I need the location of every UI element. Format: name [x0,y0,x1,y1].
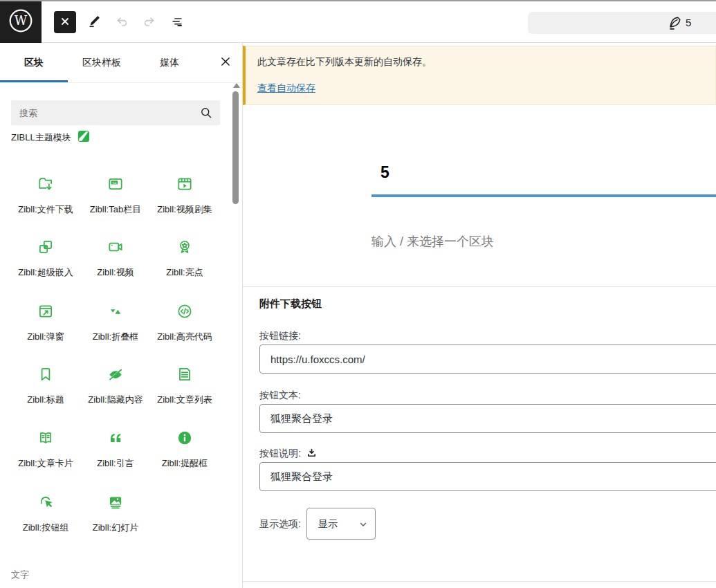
zibll-logo-icon [78,131,89,145]
button-desc-label: 按钮说明: [259,448,317,460]
block-item-label: Zibll:提醒框 [150,457,219,470]
button-text-label: 按钮文本: [259,389,301,402]
block-item-heading[interactable]: Zibll:标题 [11,366,80,406]
block-item-label: Zibll:视频剧集 [150,203,219,216]
inserter-tabs: 区块 区块样板 媒体 [0,43,242,83]
info-circle-icon [150,430,219,446]
collapse-triangles-icon [81,303,150,320]
undo-button[interactable] [111,11,133,33]
code-circle-icon [150,303,219,320]
cursor-click-icon [11,494,80,511]
block-item-file-download[interactable]: Zibll:文件下载 [11,176,80,216]
bookmark-icon [11,366,80,383]
scrollbar-thumb[interactable] [232,91,239,204]
autosave-notice: 此文章存在比下列版本更新的自动保存。 查看自动保存 [243,46,716,105]
redo-icon [142,14,157,31]
video-camera-icon [81,239,150,255]
tab-blocks[interactable]: 区块 [0,43,68,82]
block-item-alert-box[interactable]: Zibll:提醒框 [150,430,219,470]
block-item-post-list[interactable]: Zibll:文章列表 [150,366,219,406]
button-link-input[interactable] [259,344,716,374]
pencil-icon [86,14,102,31]
folder-download-icon [11,176,80,192]
search-input[interactable] [11,100,220,125]
zibll-section-header: ZIBLL主题模块 [11,131,89,144]
slideshow-icon [81,494,150,511]
redo-button[interactable] [138,11,160,33]
block-item-label: Zibll:幻灯片 [81,522,150,534]
button-desc-label-text: 按钮说明: [259,448,301,460]
document-title-text: 5 [686,17,691,28]
block-item-label: Zibll:按钮组 [11,522,80,534]
block-item-label: Zibll:亮点 [150,266,219,279]
title-selection-underline [371,194,716,197]
close-inserter-button[interactable] [54,11,76,33]
block-item-popup[interactable]: Zibll:弹窗 [11,303,80,343]
editor-canvas: 此文章存在比下列版本更新的自动保存。 查看自动保存 5 输入 / 来选择一个区块… [243,43,716,588]
svg-text:Tab: Tab [112,181,116,185]
block-item-label: Zibll:弹窗 [11,331,80,343]
download-block-heading: 附件下载按钮 [259,297,322,311]
download-button-block[interactable]: 附件下载按钮 按钮链接: 按钮文本: 按钮说明: 显示选项: 显示 [243,286,716,582]
close-panel-button[interactable] [209,43,242,82]
download-icon [306,448,317,460]
category-label-text: 文字 [11,569,29,581]
quote-icon [81,430,150,446]
tab-media[interactable]: 媒体 [136,43,203,82]
display-option-select[interactable]: 显示 [306,508,376,540]
block-placeholder-text[interactable]: 输入 / 来选择一个区块 [371,233,494,250]
block-item-tab-section[interactable]: Tab Zibll:Tab栏目 [81,176,150,216]
embed-icon [11,239,80,255]
block-item-label: Zibll:超级嵌入 [11,266,80,279]
tab-patterns[interactable]: 区块样板 [68,43,136,82]
zibll-section-title: ZIBLL主题模块 [11,131,71,144]
popup-window-icon [11,303,80,320]
list-view-icon [169,14,185,31]
button-link-label: 按钮链接: [259,330,301,342]
document-title-button[interactable]: 5 [528,12,716,34]
block-item-hidden-content[interactable]: Zibll:隐藏内容 [81,366,150,406]
view-autosave-link[interactable]: 查看自动保存 [257,82,315,95]
list-view-button[interactable] [166,11,188,33]
block-item-label: Zibll:高亮代码 [150,331,219,343]
display-option-value: 显示 [318,518,338,531]
wordpress-block-editor: W [0,0,716,588]
editor-top-bar: W [0,1,716,43]
block-item-quote[interactable]: Zibll:引言 [81,430,150,470]
wordpress-logo-icon: W [8,8,34,37]
button-text-input[interactable] [259,404,716,433]
block-item-collapse[interactable]: Zibll:折叠框 [81,303,150,343]
close-icon [59,16,71,29]
undo-icon [114,14,129,31]
scrollbar-up-arrow[interactable] [233,83,240,88]
block-item-highlight-award[interactable]: Zibll:亮点 [150,239,219,279]
block-item-label: Zibll:折叠框 [81,331,150,343]
block-item-code-highlight[interactable]: Zibll:高亮代码 [150,303,219,343]
post-title[interactable]: 5 [380,163,389,182]
button-desc-input[interactable] [259,462,716,491]
block-item-video-episodes[interactable]: Zibll:视频剧集 [150,176,219,216]
block-item-label: Zibll:标题 [11,394,80,406]
block-item-super-embed[interactable]: Zibll:超级嵌入 [11,239,80,279]
edit-mode-button[interactable] [83,11,105,33]
block-item-slideshow[interactable]: Zibll:幻灯片 [81,494,150,534]
block-item-label: Zibll:视频 [81,266,150,279]
chevron-down-icon [358,520,368,532]
block-item-label: Zibll:引言 [81,457,150,470]
award-badge-icon [150,239,219,255]
block-item-label: Zibll:文章列表 [150,394,219,406]
block-item-button-group[interactable]: Zibll:按钮组 [11,494,80,534]
block-item-label: Zibll:隐藏内容 [81,394,150,406]
close-icon [219,55,232,71]
block-search [11,100,220,125]
block-inserter-panel: 区块 区块样板 媒体 ZIBLL主题模块 [0,43,243,588]
tab-card-icon: Tab [81,176,150,192]
draft-quill-icon [666,15,683,34]
block-item-video[interactable]: Zibll:视频 [81,239,150,279]
document-list-icon [150,366,219,383]
block-item-post-card[interactable]: Zibll:文章卡片 [11,430,80,470]
autosave-notice-message: 此文章存在比下列版本更新的自动保存。 [257,56,432,68]
display-option-label: 显示选项: [259,518,301,531]
wordpress-logo[interactable]: W [0,1,42,43]
eye-off-icon [81,366,150,383]
